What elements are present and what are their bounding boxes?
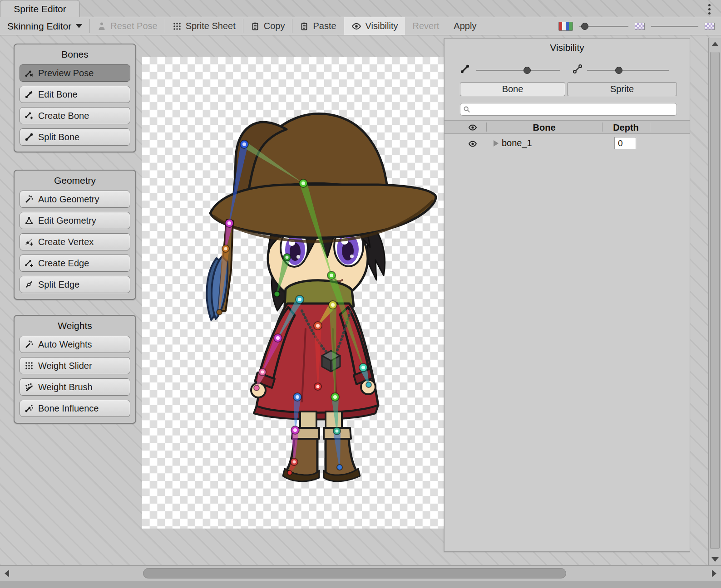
copy-icon (251, 22, 260, 31)
edit-geometry-button[interactable]: Edit Geometry (20, 212, 130, 229)
scroll-up-button[interactable] (709, 38, 721, 50)
toolbar-right-controls (552, 17, 721, 35)
split-bone-label: Split Bone (38, 132, 79, 142)
weight-slider-icon (25, 361, 34, 370)
split-edge-label: Split Edge (38, 279, 79, 290)
sprite-sheet-label: Sprite Sheet (186, 21, 236, 31)
sprite-sheet-icon (173, 22, 182, 31)
bone-tab-label: Bone (502, 84, 523, 94)
scroll-right-button[interactable] (707, 566, 721, 581)
visibility-search-input[interactable] (460, 103, 677, 116)
apply-label: Apply (454, 21, 476, 31)
weight-brush-label: Weight Brush (38, 382, 93, 392)
split-bone-button[interactable]: Split Bone (20, 128, 130, 146)
split-edge-button[interactable]: Split Edge (20, 276, 130, 293)
arrow-down-icon (711, 557, 719, 562)
bone-depth-input[interactable] (614, 137, 636, 149)
bone-influence-button[interactable]: Bone Influence (20, 400, 130, 417)
bone-column-header: Bone (486, 121, 602, 134)
horizontal-scrollbar[interactable] (0, 565, 721, 581)
sprite-tab-label: Sprite (610, 84, 634, 94)
create-vertex-button[interactable]: Create Vertex (20, 233, 130, 250)
bone-influence-icon (25, 404, 34, 413)
revert-button[interactable]: Revert (405, 17, 446, 35)
brightness-slider-handle[interactable] (581, 23, 588, 30)
create-edge-label: Create Edge (38, 258, 89, 269)
alpha-slider[interactable] (651, 22, 698, 31)
bones-tool-group: Bones Preview Pose Edit Bone Create Bone… (14, 44, 136, 152)
split-bone-icon (25, 132, 34, 142)
reset-pose-label: Reset Pose (110, 21, 157, 31)
vertical-scrollbar[interactable] (708, 38, 721, 565)
reset-pose-button[interactable]: Reset Pose (90, 17, 164, 35)
preview-pose-icon (25, 69, 34, 78)
sprite-sheet-button[interactable]: Sprite Sheet (165, 17, 243, 35)
bone-opacity-slider[interactable] (476, 66, 560, 75)
depth-column-header: Depth (602, 121, 650, 134)
bone-visibility-toggle-icon[interactable] (468, 139, 477, 148)
expander-icon[interactable] (494, 140, 499, 147)
bone-influence-label: Bone Influence (38, 403, 99, 414)
create-edge-button[interactable]: Create Edge (20, 255, 130, 272)
chevron-down-icon (76, 24, 82, 28)
preview-pose-button[interactable]: Preview Pose (20, 64, 130, 82)
edit-bone-button[interactable]: Edit Bone (20, 86, 130, 103)
create-bone-button[interactable]: Create Bone (20, 107, 130, 124)
sprite-editor-tab-label: Sprite Editor (14, 4, 66, 15)
sprite-canvas[interactable] (142, 57, 445, 529)
sprite-editor-tab[interactable]: Sprite Editor (0, 0, 80, 17)
visibility-panel: Visibility Bone Sprite Bone (444, 38, 690, 552)
bone-name-label: bone_1 (502, 138, 532, 148)
visibility-eye-header-icon[interactable] (468, 123, 477, 132)
weight-slider-button[interactable]: Weight Slider (20, 357, 130, 374)
skinning-editor-dropdown[interactable]: Skinning Editor (0, 17, 89, 35)
reset-pose-icon (97, 22, 106, 31)
sprite-opacity-slider-handle[interactable] (615, 67, 622, 74)
sprite-opacity-slider[interactable] (587, 66, 669, 75)
arrow-left-icon (5, 570, 9, 577)
brightness-slider[interactable] (579, 22, 628, 31)
visibility-label: Visibility (365, 21, 398, 31)
sprite-editor-window: Sprite Editor Skinning Editor Reset Pose… (0, 0, 721, 588)
color-swatch-button[interactable] (558, 22, 573, 31)
copy-button[interactable]: Copy (243, 17, 292, 35)
edit-geometry-label: Edit Geometry (38, 216, 96, 226)
auto-geometry-label: Auto Geometry (38, 194, 99, 205)
create-bone-label: Create Bone (38, 111, 89, 121)
sprite-opacity-slider-track (587, 70, 669, 71)
scroll-down-button[interactable] (709, 554, 721, 565)
split-edge-icon (25, 280, 34, 289)
scroll-left-button[interactable] (0, 566, 14, 581)
bone-table-row: bone_1 (444, 136, 690, 152)
sprite-opacity-icon (573, 64, 583, 74)
bone-tab-button[interactable]: Bone (460, 82, 565, 96)
toolbar: Skinning Editor Reset Pose Sprite Sheet … (0, 17, 721, 35)
create-vertex-icon (25, 237, 34, 246)
opacity-sliders-row (444, 64, 690, 77)
visibility-eye-icon (351, 21, 361, 31)
bone-opacity-icon (460, 64, 470, 74)
alpha-slider-track (651, 26, 698, 27)
copy-label: Copy (264, 21, 285, 31)
character-sprite (142, 57, 445, 529)
bone-opacity-slider-handle[interactable] (523, 67, 531, 74)
horizontal-scrollbar-thumb[interactable] (143, 568, 566, 578)
visibility-button[interactable]: Visibility (344, 17, 405, 35)
window-bottom-edge (0, 581, 721, 588)
visibility-panel-title: Visibility (444, 42, 690, 53)
weight-brush-button[interactable]: Weight Brush (20, 378, 130, 396)
revert-label: Revert (412, 21, 439, 31)
paste-label: Paste (313, 21, 336, 31)
apply-button[interactable]: Apply (446, 17, 484, 35)
auto-geometry-button[interactable]: Auto Geometry (20, 191, 130, 208)
paste-icon (300, 22, 309, 31)
weights-tool-group: Weights Auto Weights Weight Slider Weigh… (14, 315, 136, 424)
auto-weights-icon (25, 340, 34, 349)
paste-button[interactable]: Paste (292, 17, 343, 35)
vertical-scrollbar-thumb[interactable] (710, 52, 720, 549)
sprite-tab-button[interactable]: Sprite (567, 82, 677, 96)
auto-weights-button[interactable]: Auto Weights (20, 336, 130, 353)
edit-bone-icon (25, 90, 34, 99)
window-menu-kebab-icon[interactable] (704, 3, 715, 15)
edit-bone-label: Edit Bone (38, 89, 78, 100)
